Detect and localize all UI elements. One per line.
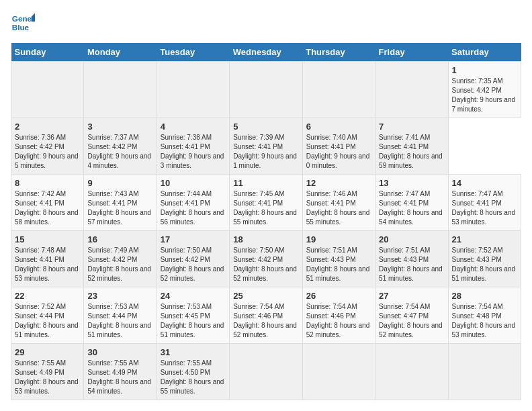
day-number: 22 — [15, 291, 80, 301]
calendar-cell: 20Sunrise: 7:51 AMSunset: 4:43 PMDayligh… — [375, 231, 448, 287]
day-number: 10 — [161, 178, 226, 188]
header-wednesday: Wednesday — [230, 43, 302, 62]
header-saturday: Saturday — [448, 43, 521, 62]
logo: General Blue — [11, 11, 39, 35]
calendar-cell: 10Sunrise: 7:44 AMSunset: 4:41 PMDayligh… — [157, 175, 229, 231]
day-number: 18 — [233, 234, 298, 244]
day-info: Sunrise: 7:37 AMSunset: 4:42 PMDaylight:… — [87, 133, 152, 171]
day-info: Sunrise: 7:50 AMSunset: 4:42 PMDaylight:… — [161, 246, 226, 283]
week-row-1: 2Sunrise: 7:36 AMSunset: 4:42 PMDaylight… — [11, 118, 521, 175]
day-number: 14 — [452, 178, 517, 188]
day-info: Sunrise: 7:53 AMSunset: 4:45 PMDaylight:… — [161, 302, 226, 340]
day-number: 25 — [233, 291, 298, 301]
day-number: 26 — [306, 291, 371, 301]
calendar-cell: 2Sunrise: 7:36 AMSunset: 4:42 PMDaylight… — [11, 118, 84, 175]
day-info: Sunrise: 7:36 AMSunset: 4:42 PMDaylight:… — [15, 133, 80, 171]
calendar-cell: 25Sunrise: 7:54 AMSunset: 4:46 PMDayligh… — [230, 287, 302, 344]
calendar-cell — [375, 62, 448, 118]
calendar-cell: 7Sunrise: 7:41 AMSunset: 4:41 PMDaylight… — [375, 118, 448, 175]
day-number: 30 — [87, 347, 152, 357]
calendar-cell: 4Sunrise: 7:38 AMSunset: 4:41 PMDaylight… — [157, 118, 229, 175]
calendar-cell: 11Sunrise: 7:45 AMSunset: 4:41 PMDayligh… — [230, 175, 302, 231]
day-info: Sunrise: 7:51 AMSunset: 4:43 PMDaylight:… — [379, 246, 444, 283]
day-number: 4 — [161, 122, 226, 132]
calendar-cell: 17Sunrise: 7:50 AMSunset: 4:42 PMDayligh… — [157, 231, 229, 287]
day-number: 11 — [233, 178, 298, 188]
day-number: 21 — [452, 234, 517, 244]
calendar-cell: 1Sunrise: 7:35 AMSunset: 4:42 PMDaylight… — [448, 62, 521, 118]
calendar-cell — [230, 344, 302, 400]
calendar-cell: 27Sunrise: 7:54 AMSunset: 4:47 PMDayligh… — [375, 287, 448, 344]
day-info: Sunrise: 7:50 AMSunset: 4:42 PMDaylight:… — [233, 246, 298, 283]
day-info: Sunrise: 7:51 AMSunset: 4:43 PMDaylight:… — [306, 246, 371, 283]
week-row-2: 8Sunrise: 7:42 AMSunset: 4:41 PMDaylight… — [11, 175, 521, 231]
day-info: Sunrise: 7:42 AMSunset: 4:41 PMDaylight:… — [15, 189, 80, 227]
header-sunday: Sunday — [11, 43, 84, 62]
calendar-cell — [230, 62, 302, 118]
calendar-cell: 6Sunrise: 7:40 AMSunset: 4:41 PMDaylight… — [302, 118, 375, 175]
day-info: Sunrise: 7:55 AMSunset: 4:49 PMDaylight:… — [15, 359, 80, 396]
calendar-cell: 22Sunrise: 7:52 AMSunset: 4:44 PMDayligh… — [11, 287, 84, 344]
calendar-cell: 8Sunrise: 7:42 AMSunset: 4:41 PMDaylight… — [11, 175, 84, 231]
svg-text:Blue: Blue — [12, 23, 30, 32]
day-number: 9 — [87, 178, 152, 188]
day-number: 12 — [306, 178, 371, 188]
calendar-cell: 13Sunrise: 7:47 AMSunset: 4:41 PMDayligh… — [375, 175, 448, 231]
day-number: 15 — [15, 234, 80, 244]
day-info: Sunrise: 7:46 AMSunset: 4:41 PMDaylight:… — [306, 189, 371, 227]
header-friday: Friday — [375, 43, 448, 62]
day-info: Sunrise: 7:40 AMSunset: 4:41 PMDaylight:… — [306, 133, 371, 171]
week-row-0: 1Sunrise: 7:35 AMSunset: 4:42 PMDaylight… — [11, 62, 521, 118]
day-info: Sunrise: 7:35 AMSunset: 4:42 PMDaylight:… — [452, 77, 517, 114]
day-number: 3 — [87, 122, 152, 132]
day-info: Sunrise: 7:47 AMSunset: 4:41 PMDaylight:… — [452, 189, 517, 227]
calendar-cell: 12Sunrise: 7:46 AMSunset: 4:41 PMDayligh… — [302, 175, 375, 231]
day-number: 17 — [161, 234, 226, 244]
calendar-cell: 9Sunrise: 7:43 AMSunset: 4:41 PMDaylight… — [84, 175, 157, 231]
day-info: Sunrise: 7:49 AMSunset: 4:42 PMDaylight:… — [87, 246, 152, 283]
day-info: Sunrise: 7:48 AMSunset: 4:41 PMDaylight:… — [15, 246, 80, 283]
calendar-header-row: SundayMondayTuesdayWednesdayThursdayFrid… — [11, 43, 521, 62]
day-number: 28 — [452, 291, 517, 301]
day-info: Sunrise: 7:54 AMSunset: 4:47 PMDaylight:… — [379, 302, 444, 340]
calendar-cell — [375, 344, 448, 400]
day-info: Sunrise: 7:43 AMSunset: 4:41 PMDaylight:… — [87, 189, 152, 227]
calendar-cell — [302, 62, 375, 118]
day-number: 8 — [15, 178, 80, 188]
week-row-4: 22Sunrise: 7:52 AMSunset: 4:44 PMDayligh… — [11, 287, 521, 344]
day-number: 29 — [15, 347, 80, 357]
day-info: Sunrise: 7:54 AMSunset: 4:48 PMDaylight:… — [452, 302, 517, 340]
calendar-cell — [157, 62, 229, 118]
page-header: General Blue — [11, 11, 521, 35]
day-info: Sunrise: 7:52 AMSunset: 4:43 PMDaylight:… — [452, 246, 517, 283]
day-number: 20 — [379, 234, 444, 244]
day-number: 19 — [306, 234, 371, 244]
day-number: 23 — [87, 291, 152, 301]
day-info: Sunrise: 7:55 AMSunset: 4:50 PMDaylight:… — [161, 359, 226, 396]
day-info: Sunrise: 7:53 AMSunset: 4:44 PMDaylight:… — [87, 302, 152, 340]
calendar-cell — [448, 344, 521, 400]
calendar-cell: 5Sunrise: 7:39 AMSunset: 4:41 PMDaylight… — [230, 118, 302, 175]
calendar-cell — [302, 344, 375, 400]
calendar-cell: 19Sunrise: 7:51 AMSunset: 4:43 PMDayligh… — [302, 231, 375, 287]
day-number: 7 — [379, 122, 444, 132]
day-info: Sunrise: 7:38 AMSunset: 4:41 PMDaylight:… — [161, 133, 226, 171]
calendar-cell: 30Sunrise: 7:55 AMSunset: 4:49 PMDayligh… — [84, 344, 157, 400]
calendar-cell: 23Sunrise: 7:53 AMSunset: 4:44 PMDayligh… — [84, 287, 157, 344]
week-row-3: 15Sunrise: 7:48 AMSunset: 4:41 PMDayligh… — [11, 231, 521, 287]
day-info: Sunrise: 7:47 AMSunset: 4:41 PMDaylight:… — [379, 189, 444, 227]
day-number: 24 — [161, 291, 226, 301]
calendar-cell: 16Sunrise: 7:49 AMSunset: 4:42 PMDayligh… — [84, 231, 157, 287]
calendar-cell — [84, 62, 157, 118]
header-thursday: Thursday — [302, 43, 375, 62]
day-number: 31 — [161, 347, 226, 357]
calendar-cell: 15Sunrise: 7:48 AMSunset: 4:41 PMDayligh… — [11, 231, 84, 287]
day-number: 16 — [87, 234, 152, 244]
day-info: Sunrise: 7:54 AMSunset: 4:46 PMDaylight:… — [306, 302, 371, 340]
logo-icon: General Blue — [11, 11, 35, 35]
week-row-5: 29Sunrise: 7:55 AMSunset: 4:49 PMDayligh… — [11, 344, 521, 400]
day-info: Sunrise: 7:55 AMSunset: 4:49 PMDaylight:… — [87, 359, 152, 396]
day-info: Sunrise: 7:41 AMSunset: 4:41 PMDaylight:… — [379, 133, 444, 171]
calendar-cell: 28Sunrise: 7:54 AMSunset: 4:48 PMDayligh… — [448, 287, 521, 344]
calendar-cell: 29Sunrise: 7:55 AMSunset: 4:49 PMDayligh… — [11, 344, 84, 400]
